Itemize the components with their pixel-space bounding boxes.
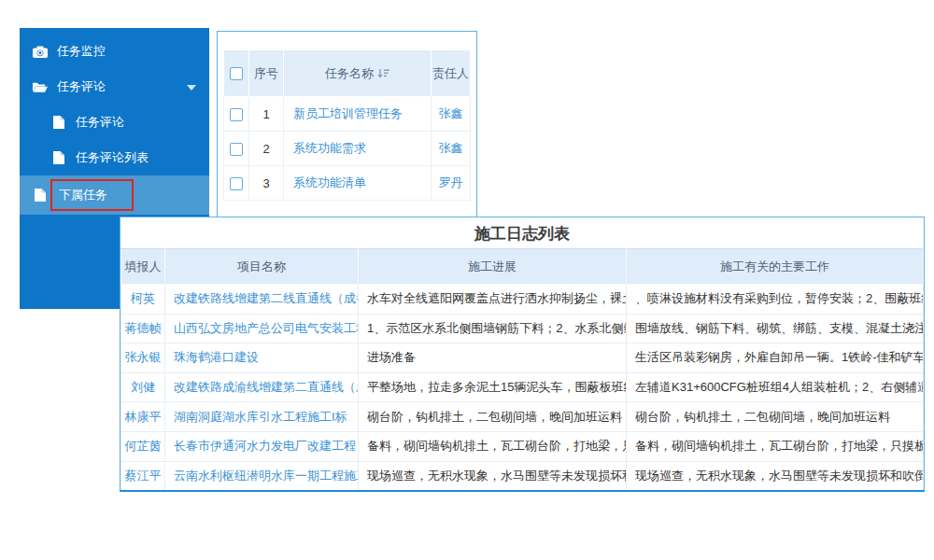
log-table-header-row: 填报人 项目名称 施工进展 施工有关的主要工作	[121, 249, 924, 285]
folder-open-icon	[33, 80, 48, 93]
owner-cell: 张鑫	[432, 132, 471, 166]
progress-cell: 1、示范区水系北侧围墙钢筋下料；2、水系北侧绿化...	[359, 314, 627, 343]
sidebar-item-label: 任务评论	[57, 78, 106, 95]
select-all-cell	[224, 50, 249, 97]
work-cell: 备料，砌间墙钩机排土，瓦工砌台阶，打地梁，只摸板，砌...	[627, 431, 924, 461]
project-link[interactable]: 珠海鹤港口建设	[165, 343, 359, 373]
table-row: 何芷茵 长春市伊通河水力发电厂改建工程 备料，砌间墙钩机排土，瓦工砌台阶，打地梁…	[121, 431, 924, 461]
construction-log-table: 填报人 项目名称 施工进展 施工有关的主要工作 柯英 改建铁路线增建第二线直通线…	[120, 248, 924, 491]
col-owner: 责任人	[432, 50, 471, 97]
sidebar-item-label: 任务评论列表	[76, 149, 149, 166]
project-link[interactable]: 长春市伊通河水力发电厂改建工程	[165, 431, 359, 461]
col-index: 序号	[249, 50, 284, 97]
project-link[interactable]: 改建铁路成渝线增建第二直通线（成...	[165, 372, 359, 402]
progress-cell: 水车对全线遮阳网覆盖点进行洒水抑制扬尘，裸土覆...	[359, 285, 627, 315]
progress-cell: 备料，砌间墙钩机排土，瓦工砌台阶，打地梁，只摸...	[359, 431, 627, 461]
reporter-cell: 蔡江平	[121, 461, 165, 491]
progress-cell: 平整场地，拉走多余泥土15辆泥头车，围蔽板班组没...	[359, 372, 627, 402]
reporter-cell: 张永银	[121, 343, 165, 373]
table-row: 蔡江平 云南水利枢纽潜明水库一期工程施工I标 现场巡查，无积水现象，水马围壁等未…	[121, 461, 924, 491]
work-cell: 生活区吊装彩钢房，外雇自卸吊一辆。1铁岭-佳和铲车一台	[627, 343, 924, 373]
row-checkbox[interactable]	[230, 108, 243, 121]
sort-desc-icon[interactable]	[377, 68, 389, 78]
sidebar-item-label: 任务评论	[76, 114, 124, 131]
table-row: 张永银 珠海鹤港口建设 进场准备 生活区吊装彩钢房，外雇自卸吊一辆。1铁岭-佳和…	[121, 343, 924, 373]
table-row: 刘健 改建铁路成渝线增建第二直通线（成... 平整场地，拉走多余泥土15辆泥头车…	[121, 372, 924, 402]
col-task-name[interactable]: 任务名称	[284, 50, 432, 97]
select-all-checkbox[interactable]	[230, 67, 243, 80]
col-progress: 施工进展	[359, 249, 627, 285]
col-work: 施工有关的主要工作	[627, 249, 924, 285]
page: 任务监控 任务评论 任务评论	[0, 0, 934, 560]
camera-icon	[33, 45, 48, 58]
row-select-cell	[224, 97, 249, 132]
sidebar-item-task-comment[interactable]: 任务评论	[20, 105, 209, 140]
row-index: 2	[249, 132, 284, 166]
col-reporter: 填报人	[121, 249, 165, 285]
col-project: 项目名称	[165, 249, 359, 285]
construction-log-panel: 施工日志列表 填报人 项目名称 施工进展 施工有关的主要工作 柯英 改建铁路线增…	[120, 217, 925, 492]
table-row: 2 系统功能需求 张鑫	[224, 132, 471, 166]
reporter-cell: 何芷茵	[121, 431, 165, 461]
progress-cell: 现场巡查，无积水现象，水马围壁等未发现损坏和吹...	[359, 461, 627, 491]
table-row: 林康平 湖南洞庭湖水库引水工程施工I标 砌台阶，钩机排土，二包砌间墙，晚间加班运…	[121, 402, 924, 432]
owner-cell: 罗丹	[432, 166, 471, 201]
task-table-panel: 序号 任务名称 责任人 1 新员工培训管	[217, 31, 477, 217]
work-cell: 现场巡查，无积水现象，水马围壁等未发现损坏和吹倒现象 ...	[627, 461, 924, 491]
page-title: 施工日志列表	[120, 217, 924, 248]
row-index: 3	[249, 166, 284, 201]
reporter-cell: 柯英	[121, 285, 165, 315]
task-name-link[interactable]: 系统功能需求	[284, 132, 432, 166]
project-link[interactable]: 云南水利枢纽潜明水库一期工程施工I标	[165, 461, 359, 491]
row-index: 1	[249, 97, 284, 132]
reporter-cell: 刘健	[121, 372, 165, 402]
chevron-down-icon[interactable]	[187, 85, 196, 91]
sidebar-item-label: 任务监控	[57, 43, 106, 60]
task-name-link[interactable]: 系统功能清单	[284, 166, 432, 201]
work-cell: 左辅道K31+600CFG桩班组4人组装桩机；2、右侧辅道拼宽...	[627, 372, 924, 402]
table-row: 柯英 改建铁路线增建第二线直通线（成都-... 水车对全线遮阳网覆盖点进行洒水抑…	[121, 285, 924, 315]
table-row: 3 系统功能清单 罗丹	[224, 166, 471, 201]
file-icon	[51, 151, 66, 164]
owner-cell: 张鑫	[432, 97, 471, 132]
row-checkbox[interactable]	[230, 143, 243, 156]
reporter-cell: 林康平	[121, 402, 165, 432]
task-name-link[interactable]: 新员工培训管理任务	[284, 97, 432, 132]
project-link[interactable]: 山西弘文房地产总公司电气安装工程	[165, 314, 359, 343]
task-table: 序号 任务名称 责任人 1 新员工培训管	[223, 49, 471, 201]
sidebar-item-task-comment-list[interactable]: 任务评论列表	[20, 140, 209, 175]
row-checkbox[interactable]	[230, 177, 243, 190]
work-cell: 、喷淋设施材料没有采购到位，暂停安装；2、围蔽班组以货...	[627, 285, 924, 315]
file-icon	[33, 189, 48, 202]
sidebar-item-task-comments-group[interactable]: 任务评论	[20, 69, 209, 105]
work-cell: 砌台阶，钩机排土，二包砌间墙，晚间加班运料	[627, 402, 924, 432]
progress-cell: 进场准备	[359, 343, 627, 373]
table-row: 蒋德帧 山西弘文房地产总公司电气安装工程 1、示范区水系北侧围墙钢筋下料；2、水…	[121, 314, 924, 343]
work-cell: 围墙放线、钢筋下料、砌筑、绑筋、支模、混凝土浇注、清...	[627, 314, 924, 343]
row-select-cell	[224, 166, 249, 201]
task-table-header-row: 序号 任务名称 责任人	[224, 50, 471, 97]
project-link[interactable]: 湖南洞庭湖水库引水工程施工I标	[165, 402, 359, 432]
sidebar-item-subordinate-tasks[interactable]: 下属任务	[20, 175, 209, 215]
progress-cell: 砌台阶，钩机排土，二包砌间墙，晚间加班运料	[359, 402, 627, 432]
reporter-cell: 蒋德帧	[121, 314, 165, 343]
file-icon	[51, 116, 66, 129]
project-link[interactable]: 改建铁路线增建第二线直通线（成都-...	[165, 285, 359, 315]
sidebar-item-task-monitor[interactable]: 任务监控	[20, 34, 209, 69]
sidebar-item-label-highlighted: 下属任务	[50, 179, 134, 211]
table-row: 1 新员工培训管理任务 张鑫	[224, 97, 471, 132]
row-select-cell	[224, 132, 249, 166]
